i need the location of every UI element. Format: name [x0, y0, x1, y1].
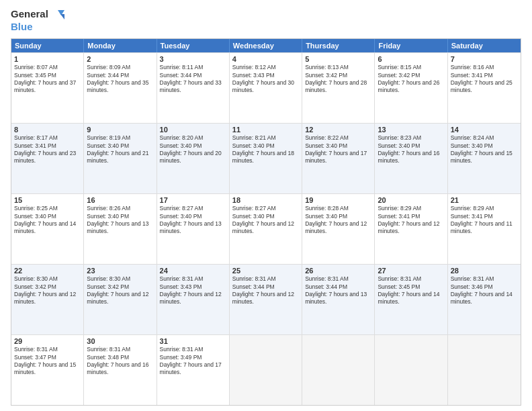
cal-cell: 8Sunrise: 8:17 AMSunset: 3:41 PMDaylight… — [11, 124, 84, 193]
header-cell-wednesday: Wednesday — [230, 39, 302, 52]
logo-graphic: General Blue — [11, 8, 64, 33]
sunset-text: Sunset: 3:44 PM — [87, 72, 153, 79]
day-number: 16 — [87, 196, 153, 204]
sunset-text: Sunset: 3:44 PM — [305, 283, 371, 291]
day-number: 13 — [378, 126, 444, 134]
daylight-text: Daylight: 7 hours and 17 minutes. — [160, 361, 226, 377]
sunrise-text: Sunrise: 8:27 AM — [160, 205, 226, 212]
sunrise-text: Sunrise: 8:29 AM — [378, 205, 444, 212]
cal-cell: 5Sunrise: 8:13 AMSunset: 3:42 PMDaylight… — [302, 53, 375, 123]
sunrise-text: Sunrise: 8:30 AM — [14, 275, 81, 283]
logo-text-blue: Blue — [11, 21, 33, 33]
sunrise-text: Sunrise: 8:29 AM — [451, 205, 518, 212]
daylight-text: Daylight: 7 hours and 20 minutes. — [160, 150, 226, 165]
sunset-text: Sunset: 3:40 PM — [232, 142, 299, 150]
daylight-text: Daylight: 7 hours and 12 minutes. — [14, 291, 81, 306]
cal-cell — [375, 335, 447, 405]
page: General Blue SundayMondayTuesdayWednesda… — [0, 0, 532, 411]
day-number: 7 — [451, 55, 518, 63]
day-number: 28 — [451, 267, 518, 275]
daylight-text: Daylight: 7 hours and 14 minutes. — [451, 291, 518, 306]
sunset-text: Sunset: 3:40 PM — [305, 142, 371, 150]
sunrise-text: Sunrise: 8:19 AM — [87, 134, 153, 142]
day-number: 27 — [378, 267, 444, 275]
daylight-text: Daylight: 7 hours and 16 minutes. — [378, 150, 444, 165]
sunset-text: Sunset: 3:40 PM — [378, 142, 444, 150]
logo-text-general: General — [11, 8, 64, 21]
day-number: 22 — [14, 267, 81, 275]
sunset-text: Sunset: 3:42 PM — [378, 72, 444, 79]
sunrise-text: Sunrise: 8:27 AM — [232, 205, 299, 212]
sunset-text: Sunset: 3:40 PM — [305, 213, 371, 220]
day-number: 9 — [87, 126, 153, 134]
sunrise-text: Sunrise: 8:16 AM — [451, 64, 518, 71]
sunrise-text: Sunrise: 8:31 AM — [87, 346, 153, 353]
sunrise-text: Sunrise: 8:15 AM — [378, 64, 444, 71]
daylight-text: Daylight: 7 hours and 21 minutes. — [87, 150, 153, 165]
header-cell-friday: Friday — [375, 39, 447, 52]
day-number: 15 — [14, 196, 81, 204]
cal-cell — [302, 335, 375, 405]
cal-cell: 16Sunrise: 8:26 AMSunset: 3:40 PMDayligh… — [84, 194, 157, 264]
cal-cell: 19Sunrise: 8:28 AMSunset: 3:40 PMDayligh… — [302, 194, 375, 264]
daylight-text: Daylight: 7 hours and 28 minutes. — [305, 79, 371, 95]
cal-cell: 7Sunrise: 8:16 AMSunset: 3:41 PMDaylight… — [448, 53, 521, 123]
sunrise-text: Sunrise: 8:22 AM — [305, 134, 371, 142]
header-cell-monday: Monday — [84, 39, 157, 52]
cal-cell: 29Sunrise: 8:31 AMSunset: 3:47 PMDayligh… — [11, 335, 84, 405]
cal-cell: 11Sunrise: 8:21 AMSunset: 3:40 PMDayligh… — [230, 124, 302, 193]
daylight-text: Daylight: 7 hours and 15 minutes. — [451, 150, 518, 165]
cal-cell: 4Sunrise: 8:12 AMSunset: 3:43 PMDaylight… — [230, 53, 302, 123]
daylight-text: Daylight: 7 hours and 25 minutes. — [451, 79, 518, 95]
day-number: 4 — [232, 55, 299, 63]
sunrise-text: Sunrise: 8:31 AM — [160, 275, 226, 283]
sunrise-text: Sunrise: 8:24 AM — [451, 134, 518, 142]
sunset-text: Sunset: 3:40 PM — [160, 142, 226, 150]
sunrise-text: Sunrise: 8:31 AM — [305, 275, 371, 283]
cal-cell: 27Sunrise: 8:31 AMSunset: 3:45 PMDayligh… — [375, 265, 447, 334]
cal-cell — [448, 335, 521, 405]
sunrise-text: Sunrise: 8:31 AM — [14, 346, 81, 353]
cal-cell: 31Sunrise: 8:31 AMSunset: 3:49 PMDayligh… — [157, 335, 230, 405]
day-number: 25 — [232, 267, 299, 275]
header: General Blue — [11, 8, 521, 33]
daylight-text: Daylight: 7 hours and 13 minutes. — [87, 220, 153, 236]
cal-cell: 20Sunrise: 8:29 AMSunset: 3:41 PMDayligh… — [375, 194, 447, 264]
calendar-header: SundayMondayTuesdayWednesdayThursdayFrid… — [11, 39, 521, 52]
day-number: 26 — [305, 267, 371, 275]
sunrise-text: Sunrise: 8:12 AM — [232, 64, 299, 71]
daylight-text: Daylight: 7 hours and 26 minutes. — [378, 79, 444, 95]
cal-cell: 17Sunrise: 8:27 AMSunset: 3:40 PMDayligh… — [157, 194, 230, 264]
sunrise-text: Sunrise: 8:28 AM — [305, 205, 371, 212]
sunset-text: Sunset: 3:48 PM — [87, 354, 153, 361]
header-cell-sunday: Sunday — [11, 39, 84, 52]
sunset-text: Sunset: 3:40 PM — [87, 213, 153, 220]
daylight-text: Daylight: 7 hours and 13 minutes. — [160, 220, 226, 236]
day-number: 8 — [14, 126, 81, 134]
cal-cell: 6Sunrise: 8:15 AMSunset: 3:42 PMDaylight… — [375, 53, 447, 123]
week-row-2: 8Sunrise: 8:17 AMSunset: 3:41 PMDaylight… — [11, 123, 521, 193]
day-number: 24 — [160, 267, 226, 275]
sunset-text: Sunset: 3:49 PM — [160, 354, 226, 361]
week-row-5: 29Sunrise: 8:31 AMSunset: 3:47 PMDayligh… — [11, 334, 521, 405]
sunrise-text: Sunrise: 8:31 AM — [378, 275, 444, 283]
sunset-text: Sunset: 3:41 PM — [451, 213, 518, 220]
day-number: 21 — [451, 196, 518, 204]
cal-cell: 22Sunrise: 8:30 AMSunset: 3:42 PMDayligh… — [11, 265, 84, 334]
cal-cell: 15Sunrise: 8:25 AMSunset: 3:40 PMDayligh… — [11, 194, 84, 264]
sunset-text: Sunset: 3:43 PM — [160, 283, 226, 291]
day-number: 20 — [378, 196, 444, 204]
sunset-text: Sunset: 3:45 PM — [378, 283, 444, 291]
daylight-text: Daylight: 7 hours and 12 minutes. — [232, 291, 299, 306]
week-row-3: 15Sunrise: 8:25 AMSunset: 3:40 PMDayligh… — [11, 193, 521, 264]
daylight-text: Daylight: 7 hours and 12 minutes. — [87, 291, 153, 306]
day-number: 6 — [378, 55, 444, 63]
day-number: 29 — [14, 337, 81, 345]
sunset-text: Sunset: 3:40 PM — [451, 142, 518, 150]
cal-cell: 14Sunrise: 8:24 AMSunset: 3:40 PMDayligh… — [448, 124, 521, 193]
calendar: SundayMondayTuesdayWednesdayThursdayFrid… — [11, 38, 521, 406]
sunrise-text: Sunrise: 8:31 AM — [160, 346, 226, 353]
cal-cell: 23Sunrise: 8:30 AMSunset: 3:42 PMDayligh… — [84, 265, 157, 334]
cal-cell — [230, 335, 302, 405]
daylight-text: Daylight: 7 hours and 37 minutes. — [14, 79, 81, 95]
